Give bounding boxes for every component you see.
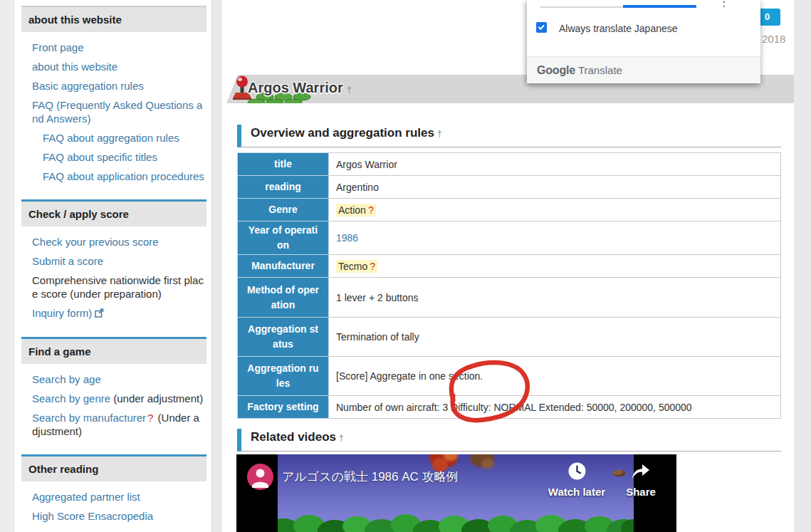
row-value-aggregation-rules: [Score] Aggregate in one section.: [329, 357, 781, 396]
row-value-manufacturer: Tecmo?: [329, 255, 781, 278]
table-row: Factory setting Number of own aircraft: …: [238, 396, 781, 419]
active-tab-indicator: [623, 5, 696, 8]
youtube-video-player[interactable]: アルゴスの戦士 1986 AC 攻略例 Watch later Share: [236, 454, 676, 532]
sidebar-main-divider: [211, 0, 221, 532]
sidebar-section-other-reading: Other reading: [21, 454, 206, 481]
row-value-method: 1 lever + 2 buttons: [329, 278, 781, 318]
sidebar-item-search-by-manufacturer[interactable]: Search by manufacturer? (Under adjustmen…: [32, 411, 204, 438]
row-value-aggregation-status: Termination of tally: [329, 318, 781, 357]
table-row: Method of operation 1 lever + 2 buttons: [238, 278, 781, 318]
row-header-manufacturer: Manufacturer: [238, 255, 329, 278]
share-label: Share: [609, 486, 673, 498]
genre-text: Action: [338, 204, 366, 216]
sidebar-section-find-game: Find a game: [21, 337, 206, 364]
always-translate-label: Always translate Japanese: [559, 23, 678, 34]
sidebar-item-label: Search by genre: [32, 392, 110, 405]
sidebar-item-submit-score[interactable]: Submit a score: [32, 254, 204, 268]
page-title-text: Argos Warrior: [248, 80, 343, 95]
manufacturer-tooltip-term[interactable]: Tecmo?: [336, 260, 377, 273]
share-button[interactable]: Share: [609, 461, 673, 498]
anchor-dagger-icon[interactable]: †: [347, 84, 352, 95]
person-icon: [247, 464, 273, 490]
bushes-graphic: [278, 497, 634, 532]
table-row: Aggregation status Termination of tally: [238, 318, 781, 357]
sidebar-list-find-game: Search by age Search by genre (under adj…: [21, 364, 206, 454]
translate-wordmark: Translate: [578, 64, 622, 76]
sidebar-list-check-apply: Check your previous score Submit a score…: [21, 226, 206, 337]
tooltip-question-icon[interactable]: ?: [147, 412, 153, 424]
game-info-table: title Argos Warrior reading Argentino Ge…: [237, 152, 781, 419]
row-header-method: Method of operation: [238, 278, 329, 318]
anchor-dagger-icon[interactable]: †: [339, 433, 344, 443]
clock-icon: [567, 461, 587, 481]
anchor-dagger-icon[interactable]: †: [437, 129, 442, 139]
sidebar-item-aggregated-partner-list[interactable]: Aggregated partner list: [32, 490, 204, 504]
row-value-year: 1986: [329, 221, 781, 255]
row-header-aggregation-status: Aggregation status: [238, 318, 329, 357]
table-row: title Argos Warrior: [238, 153, 781, 176]
row-value-reading: Argentino: [329, 176, 781, 199]
always-translate-checkbox[interactable]: [536, 22, 547, 33]
genre-tooltip-term[interactable]: Action?: [336, 204, 376, 217]
sidebar-item-basic-aggregation-rules[interactable]: Basic aggregation rules: [32, 79, 204, 93]
tooltip-question-icon[interactable]: ?: [368, 204, 374, 216]
checkbox-check-icon: [538, 23, 545, 29]
page-left-margin: [0, 0, 14, 532]
date-year-text: 2018: [762, 33, 785, 45]
external-link-icon: [95, 307, 104, 320]
row-header-reading: reading: [238, 176, 329, 199]
row-header-year: Year of operation: [238, 221, 329, 255]
watch-later-label: Watch later: [538, 486, 616, 498]
table-row: Genre Action?: [238, 199, 781, 221]
year-link[interactable]: 1986: [336, 232, 358, 244]
row-value-title: Argos Warrior: [329, 153, 781, 176]
row-header-aggregation-rules: Aggregation rules: [238, 357, 329, 396]
sidebar-item-front-page[interactable]: Front page: [32, 41, 204, 54]
row-header-genre: Genre: [238, 199, 329, 221]
sidebar-item-note: (under adjustment): [110, 392, 203, 405]
page-title: Argos Warrior†: [248, 80, 352, 96]
popup-footer: GoogleTranslate: [527, 56, 760, 83]
sidebar-item-search-by-age[interactable]: Search by age: [32, 372, 204, 386]
google-translate-logo: GoogleTranslate: [537, 64, 622, 77]
tab-underline: [540, 6, 623, 8]
sidebar-item-label: Search by manufacturer: [32, 412, 146, 424]
sidebar-item-faq-application-procedures[interactable]: FAQ about application procedures: [32, 169, 204, 183]
row-value-factory-setting: Number of own aircraft: 3 Difficulty: NO…: [329, 396, 781, 419]
sidebar-item-label: Inquiry form): [32, 307, 92, 319]
table-row: Aggregation rules [Score] Aggregate in o…: [238, 357, 781, 396]
page-right-margin: [794, 0, 811, 532]
row-header-title: title: [238, 153, 329, 176]
section-heading-text: Related videos: [251, 430, 336, 444]
sidebar-item-search-by-genre[interactable]: Search by genre (under adjustment): [32, 392, 204, 405]
table-row: Year of operation 1986: [238, 221, 781, 255]
sidebar-item-comprehensive-score: Comprehensive nationwide first place sco…: [32, 273, 204, 301]
manufacturer-text: Tecmo: [338, 261, 367, 272]
page: about this website Front page about this…: [0, 0, 811, 532]
table-row: Manufacturer Tecmo?: [238, 255, 781, 278]
popup-menu-dots-icon[interactable]: ⋮: [718, 0, 730, 9]
google-translate-popup: ⋮ Always translate Japanese GoogleTransl…: [527, 0, 760, 83]
watch-later-button[interactable]: Watch later: [538, 461, 616, 498]
sidebar-list-about: Front page about this website Basic aggr…: [21, 32, 206, 199]
sidebar: about this website Front page about this…: [21, 0, 206, 532]
sidebar-item-check-previous-score[interactable]: Check your previous score: [32, 235, 204, 249]
sidebar-item-faq-specific-titles[interactable]: FAQ about specific titles: [32, 150, 204, 164]
section-heading-overview: Overview and aggregation rules†: [237, 125, 781, 147]
section-heading-text: Overview and aggregation rules: [251, 126, 434, 140]
video-title[interactable]: アルゴスの戦士 1986 AC 攻略例: [282, 469, 459, 485]
sidebar-section-about: about this website: [21, 6, 206, 32]
table-row: reading Argentino: [238, 176, 781, 199]
google-wordmark: Google: [537, 64, 575, 76]
row-header-factory-setting: Factory setting: [238, 396, 329, 419]
sidebar-item-inquiry-form[interactable]: Inquiry form): [32, 306, 204, 320]
sidebar-item-about-this-website[interactable]: about this website: [32, 60, 204, 73]
sidebar-item-faq-aggregation-rules[interactable]: FAQ about aggregation rules: [32, 131, 204, 145]
channel-avatar[interactable]: [247, 464, 273, 490]
sidebar-item-faq[interactable]: FAQ (Frequently Asked Questions and Answ…: [32, 98, 204, 125]
sidebar-item-high-score-ensacropedia[interactable]: High Score Ensacropedia: [32, 509, 204, 523]
section-heading-related-videos: Related videos†: [237, 429, 781, 452]
tooltip-question-icon[interactable]: ?: [370, 261, 375, 272]
share-arrow-icon: [630, 461, 652, 481]
sidebar-list-other-reading: Aggregated partner list High Score Ensac…: [21, 481, 206, 532]
